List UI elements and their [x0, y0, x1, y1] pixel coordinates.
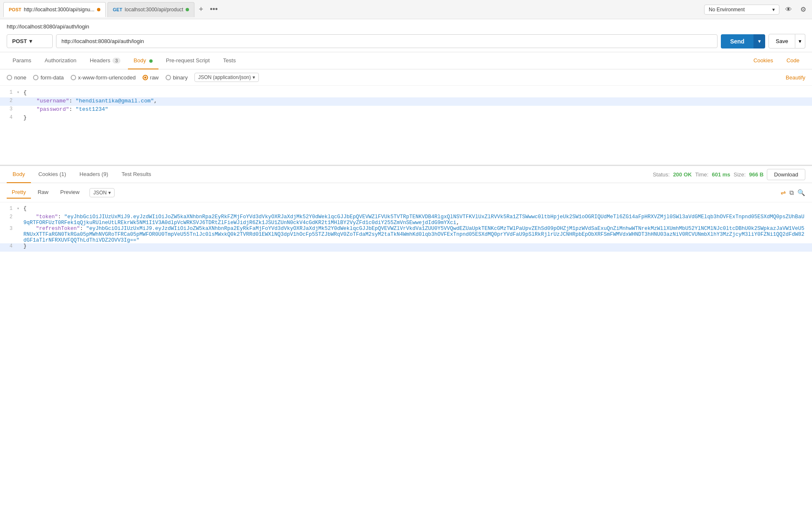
top-right-controls: No Environment ▾ 👁 ⚙ [704, 4, 809, 15]
environment-selector[interactable]: No Environment ▾ [704, 5, 779, 15]
env-label: No Environment [709, 7, 745, 13]
copy-icon[interactable]: ⧉ [789, 189, 794, 196]
gear-icon[interactable]: ⚙ [798, 4, 809, 15]
opt-none-label: none [14, 74, 26, 81]
resp-line-num-1: 1 [0, 206, 17, 212]
search-icon[interactable]: 🔍 [797, 189, 805, 196]
tab-authorization[interactable]: Authorization [39, 52, 82, 69]
line-num-2: 2 [0, 98, 17, 104]
save-button[interactable]: Save [769, 34, 795, 48]
content-type-selector[interactable]: JSON (application/json) ▾ [194, 73, 259, 82]
line-arrow-1: ▾ [17, 89, 23, 95]
opt-formdata[interactable]: form-data [33, 74, 64, 81]
req-line-3: 3 "password": "test1234" [0, 106, 812, 114]
request-right-tabs: Cookies Code [748, 52, 805, 69]
resp-format-selector[interactable]: JSON ▾ [89, 188, 115, 197]
send-button-group: Send ▾ [721, 34, 765, 48]
eye-icon[interactable]: 👁 [783, 4, 794, 15]
resp-line-4: 4 } [0, 243, 812, 252]
req-line-2: 2 "username": "hendisantika@gmail.com", [0, 97, 812, 106]
opt-urlencoded[interactable]: x-www-form-urlencoded [71, 74, 136, 81]
send-dropdown-button[interactable]: ▾ [753, 34, 765, 48]
line-content-4: } [23, 115, 812, 121]
size-label: Size: [734, 171, 746, 178]
resp-content-1: { [23, 206, 812, 212]
resp-line-num-4: 4 [0, 243, 17, 249]
request-body-editor[interactable]: 1 ▾ { 2 "username": "hendisantika@gmail.… [0, 86, 812, 165]
resp-content-3: "refreshToken": "eyJhbGciOiJIUzUxMiJ9.ey… [23, 226, 812, 243]
response-body-editor[interactable]: 1 ▾ { 2 "token": "eyJhbGciOiJIUzUxMiJ9.e… [0, 202, 812, 286]
tab-get-product[interactable]: GET localhsot:3000/api/product [107, 2, 195, 17]
new-tab-button[interactable]: + [196, 3, 206, 15]
download-button[interactable]: Download [767, 169, 805, 180]
body-active-dot [149, 59, 153, 63]
resp-format-chevron: ▾ [108, 190, 111, 196]
opt-raw-label: raw [150, 74, 159, 81]
beautify-button[interactable]: Beautify [786, 74, 805, 81]
req-line-1: 1 ▾ { [0, 89, 812, 97]
response-section: Body Cookies (1) Headers (9) Test Result… [0, 165, 812, 286]
content-type-chevron: ▾ [253, 74, 255, 80]
tab-code-link[interactable]: Code [781, 52, 805, 69]
opt-raw[interactable]: raw [143, 74, 159, 81]
opt-formdata-label: form-data [41, 74, 64, 81]
resp-line-1: 1 ▾ { [0, 206, 812, 214]
tab-url-get: localhsot:3000/api/product [125, 7, 183, 13]
resp-tab-headers[interactable]: Headers (9) [74, 166, 114, 183]
fmt-tab-raw[interactable]: Raw [33, 186, 54, 199]
radio-binary [166, 75, 171, 80]
opt-binary[interactable]: binary [166, 74, 188, 81]
opt-urlencoded-label: x-www-form-urlencoded [78, 74, 136, 81]
tab-bar: POST http://localhost:3000/api/signu... … [0, 0, 812, 19]
resp-tab-body[interactable]: Body [7, 166, 31, 183]
resp-line-2: 2 "token": "eyJhbGciOiJIUzUxMiJ9.eyJzdWI… [0, 214, 812, 226]
save-dropdown-button[interactable]: ▾ [795, 34, 805, 48]
tab-tests[interactable]: Tests [217, 52, 242, 69]
tab-cookies-link[interactable]: Cookies [748, 52, 779, 69]
line-num-4: 4 [0, 115, 17, 120]
tab-post-signup[interactable]: POST http://localhost:3000/api/signu... [3, 2, 106, 17]
resp-arrow-1: ▾ [17, 206, 23, 211]
more-tabs-button[interactable]: ••• [207, 3, 220, 15]
response-status-area: Status: 200 OK Time: 601 ms Size: 966 B … [653, 169, 805, 180]
time-value: 601 ms [712, 171, 730, 178]
tab-body[interactable]: Body [128, 52, 158, 69]
url-input[interactable] [56, 34, 718, 48]
resp-tab-testresults[interactable]: Test Results [116, 166, 157, 183]
radio-urlencoded [71, 75, 76, 80]
line-num-1: 1 [0, 89, 17, 95]
fmt-tab-preview[interactable]: Preview [55, 186, 84, 199]
send-button[interactable]: Send [721, 34, 753, 48]
req-line-4: 4 } [0, 114, 812, 122]
word-wrap-icon[interactable]: ⇌ [781, 189, 786, 196]
tab-headers[interactable]: Headers 3 [84, 52, 126, 69]
resp-content-4: } [23, 243, 812, 249]
radio-raw [143, 75, 148, 80]
opt-none[interactable]: none [7, 74, 26, 81]
time-label: Time: [695, 171, 708, 178]
fmt-tab-pretty[interactable]: Pretty [7, 186, 31, 199]
url-bar-section: http://localhost:8080/api/auth/login POS… [0, 19, 812, 52]
request-tabs: Params Authorization Headers 3 Body Pre-… [0, 52, 812, 69]
line-num-3: 3 [0, 106, 17, 112]
resp-content-2: "token": "eyJhbGciOiJIUzUxMiJ9.eyJzdWIiO… [23, 214, 812, 226]
line-content-2: "username": "hendisantika@gmail.com", [23, 98, 812, 104]
save-button-group: Save ▾ [769, 34, 805, 48]
tab-prerequest[interactable]: Pre-request Script [160, 52, 216, 69]
tab-url-post: http://localhost:3000/api/signu... [24, 7, 94, 13]
radio-none [7, 75, 12, 80]
status-value: 200 OK [673, 171, 692, 178]
method-label: POST [12, 38, 27, 44]
resp-tab-cookies[interactable]: Cookies (1) [33, 166, 72, 183]
line-content-3: "password": "test1234" [23, 106, 812, 112]
tab-dot-get [186, 8, 189, 11]
tab-params[interactable]: Params [7, 52, 37, 69]
tab-method-get: GET [113, 7, 123, 12]
status-label: Status: [653, 171, 669, 178]
response-tabs-row: Body Cookies (1) Headers (9) Test Result… [0, 166, 812, 183]
response-format-bar: Pretty Raw Preview JSON ▾ ⇌ ⧉ 🔍 [0, 183, 812, 202]
radio-formdata [33, 75, 38, 80]
resp-line-num-3: 3 [0, 226, 17, 232]
method-selector[interactable]: POST ▾ [7, 34, 53, 48]
url-input-row: POST ▾ Send ▾ Save ▾ [7, 34, 805, 48]
